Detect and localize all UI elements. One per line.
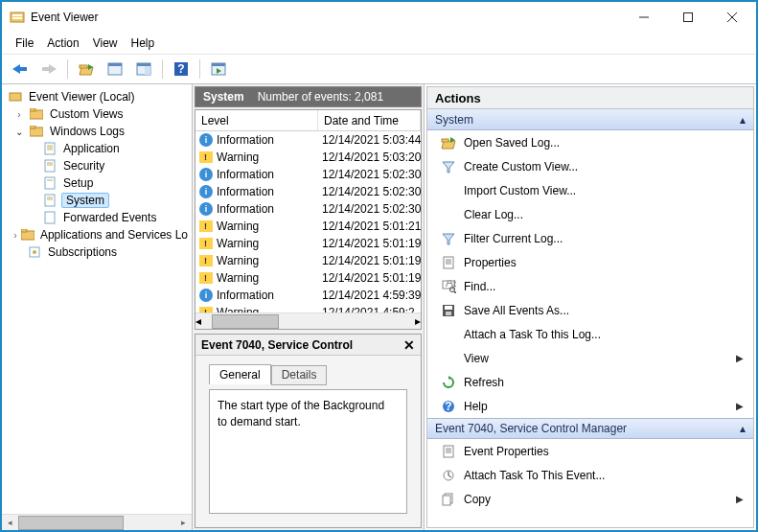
collapse-icon[interactable]: ▴ (740, 113, 746, 127)
action-item[interactable]: Attach a Task To this Log... (427, 322, 753, 346)
svg-rect-43 (21, 229, 27, 232)
action-item[interactable]: Attach Task To This Event... (427, 463, 753, 487)
find-icon: ABC (441, 279, 456, 294)
tree-root[interactable]: Event Viewer (Local) (4, 88, 190, 105)
event-row[interactable]: Warning12/14/2021 5:01:19 (195, 252, 421, 269)
collapse-icon[interactable]: ▴ (740, 422, 746, 435)
scroll-right-icon[interactable]: ▸ (175, 515, 192, 531)
event-level-label: Warning (217, 306, 259, 312)
information-icon: i (199, 185, 213, 198)
expander-icon[interactable]: › (13, 109, 25, 120)
svg-rect-8 (19, 67, 27, 71)
svg-rect-10 (42, 67, 50, 71)
toolbar-separator (199, 59, 200, 79)
event-row[interactable]: Warning12/14/2021 5:01:19 (195, 235, 421, 252)
event-detail-title: Event 7040, Service Control (201, 338, 353, 352)
svg-rect-24 (10, 93, 21, 101)
actions-section-event[interactable]: Event 7040, Service Control Manager ▴ (427, 418, 753, 439)
event-row[interactable]: iInformation12/14/2021 4:59:39 (195, 287, 421, 304)
log-icon (42, 175, 57, 191)
menu-help[interactable]: Help (126, 35, 161, 52)
scroll-thumb[interactable] (18, 516, 124, 530)
minimize-button[interactable] (622, 3, 666, 32)
props-icon (441, 255, 456, 270)
action-item[interactable]: View▶ (427, 346, 753, 370)
expander-icon[interactable]: › (13, 230, 17, 241)
close-button[interactable] (710, 3, 754, 32)
svg-rect-61 (446, 312, 451, 315)
column-level[interactable]: Level (195, 110, 318, 130)
event-row[interactable]: iInformation12/14/2021 5:02:30 (195, 166, 421, 183)
toolbar-open-button[interactable] (74, 58, 99, 81)
forward-button[interactable] (36, 58, 61, 81)
tree-item-application[interactable]: Application (4, 140, 190, 157)
tab-details[interactable]: Details (271, 365, 328, 385)
tree-item-setup[interactable]: Setup (4, 174, 190, 192)
navigation-tree[interactable]: Event Viewer (Local) › Custom Views ⌄ Wi… (2, 84, 192, 513)
scroll-right-icon[interactable]: ▸ (415, 314, 421, 328)
actions-pane: Actions System ▴ Open Saved Log...Create… (425, 84, 756, 530)
action-item[interactable]: Save All Events As... (427, 298, 753, 322)
action-item[interactable]: ?Help▶ (427, 394, 753, 418)
action-label: Copy (464, 493, 491, 506)
back-button[interactable] (8, 58, 33, 81)
svg-rect-47 (442, 139, 448, 142)
event-list-header: Level Date and Time (195, 110, 421, 131)
action-item[interactable]: Open Saved Log... (427, 130, 753, 154)
event-row[interactable]: iInformation12/14/2021 5:02:30 (195, 200, 421, 218)
expander-icon[interactable]: ⌄ (13, 127, 25, 137)
scroll-left-icon[interactable]: ◂ (2, 515, 18, 531)
actions-section-system[interactable]: System ▴ (427, 109, 753, 130)
event-list-hscrollbar[interactable]: ◂ ▸ (195, 312, 421, 329)
action-item[interactable]: Event Properties (427, 439, 753, 463)
action-item[interactable]: Properties (427, 250, 753, 274)
action-item[interactable]: Refresh (427, 370, 753, 394)
event-detail-panel: Event 7040, Service Control ✕ General De… (195, 334, 422, 528)
action-item[interactable]: Import Custom View... (427, 178, 753, 202)
tree-item-windows-logs[interactable]: ⌄ Windows Logs (4, 123, 190, 140)
menu-view[interactable]: View (87, 35, 124, 52)
event-row[interactable]: Warning12/14/2021 5:01:19 (195, 269, 421, 287)
scroll-thumb[interactable] (212, 314, 279, 329)
svg-rect-38 (45, 195, 55, 206)
tree-item-custom-views[interactable]: › Custom Views (4, 105, 190, 123)
tree-item-subscriptions[interactable]: Subscriptions (4, 243, 190, 261)
action-item[interactable]: Copy▶ (427, 487, 753, 511)
event-row[interactable]: iInformation12/14/2021 5:03:44 (195, 131, 421, 149)
event-row[interactable]: Warning12/14/2021 5:01:21 (195, 218, 421, 235)
action-item[interactable]: Create Custom View... (427, 154, 753, 178)
close-icon[interactable]: ✕ (403, 337, 415, 353)
event-list: Level Date and Time iInformation12/14/20… (195, 109, 422, 330)
maximize-button[interactable] (666, 3, 710, 32)
event-row[interactable]: iInformation12/14/2021 5:02:30 (195, 183, 421, 200)
action-label: Clear Log... (464, 208, 523, 221)
scroll-left-icon[interactable]: ◂ (195, 314, 201, 328)
toolbar-help-button[interactable]: ? (169, 58, 194, 81)
menu-file[interactable]: File (10, 35, 39, 52)
event-date-label: 12/14/2021 5:02:30 (318, 185, 421, 198)
event-row[interactable]: Warning12/14/2021 5:03:20 (195, 149, 421, 166)
event-date-label: 12/14/2021 5:02:30 (318, 168, 421, 181)
event-row[interactable]: Warning12/14/2021 4:59:2 (195, 304, 421, 312)
action-item[interactable]: Filter Current Log... (427, 226, 753, 250)
column-date[interactable]: Date and Time (318, 110, 421, 130)
menu-action[interactable]: Action (41, 35, 84, 52)
tab-general[interactable]: General (209, 364, 271, 384)
props-icon (441, 444, 456, 459)
tree-item-applications-services[interactable]: › Applications and Services Lo (4, 226, 190, 243)
event-level-label: Information (217, 289, 274, 302)
action-item[interactable]: ABCFind... (427, 274, 753, 298)
event-list-body[interactable]: iInformation12/14/2021 5:03:44Warning12/… (195, 131, 421, 312)
tree-hscrollbar[interactable]: ◂ ▸ (2, 514, 192, 530)
toolbar-panel3-button[interactable] (206, 58, 231, 81)
svg-marker-9 (49, 64, 57, 74)
tree-item-system[interactable]: System (4, 192, 190, 209)
tree-item-forwarded-events[interactable]: Forwarded Events (4, 209, 190, 226)
events-header-name: System (203, 90, 244, 104)
toolbar-panel2-button[interactable] (131, 58, 156, 81)
tree-item-security[interactable]: Security (4, 157, 190, 174)
event-date-label: 12/14/2021 5:01:19 (318, 271, 421, 285)
chevron-right-icon: ▶ (736, 494, 744, 504)
toolbar-panel1-button[interactable] (103, 58, 127, 81)
action-item[interactable]: Clear Log... (427, 202, 753, 226)
